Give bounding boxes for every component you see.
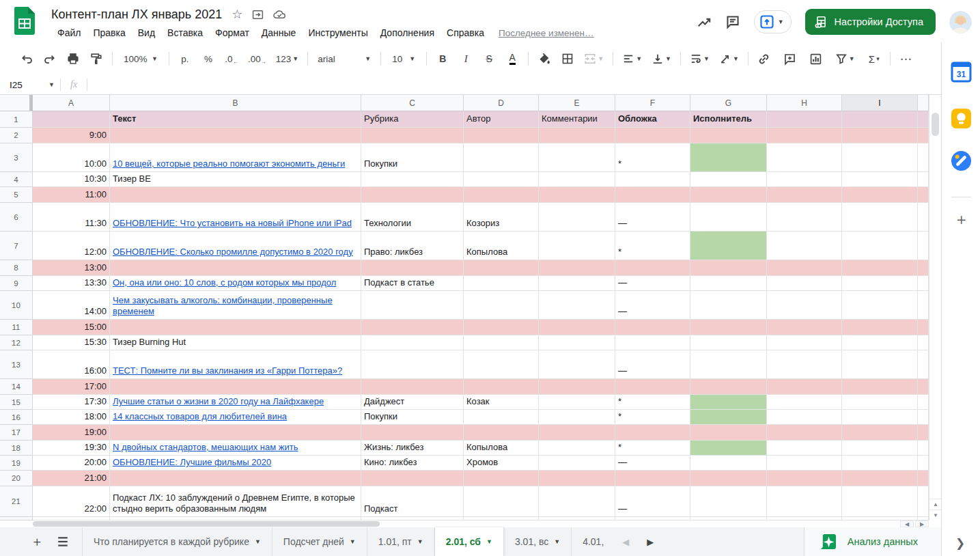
scroll-left-button[interactable]: ◀ — [900, 520, 914, 527]
last-edited-link[interactable]: Последнее изменен… — [499, 28, 594, 38]
cell-3-b[interactable]: 10 вещей, которые реально помогают эконо… — [110, 143, 361, 172]
text-rotation-button[interactable]: ▼ — [717, 50, 741, 68]
cell-21-a[interactable]: 22:00 — [33, 486, 110, 517]
activity-dashboard-icon[interactable] — [697, 14, 712, 29]
cell-15-d[interactable]: Козак — [464, 395, 539, 410]
cell-13-f[interactable]: — — [615, 350, 690, 379]
undo-button[interactable] — [18, 50, 36, 68]
cell-12-i[interactable] — [842, 335, 918, 350]
hide-side-panel-button[interactable]: ❯ — [955, 536, 965, 551]
comment-history-icon[interactable] — [725, 14, 740, 29]
row-header-4[interactable]: 4 — [0, 172, 33, 187]
select-all-corner[interactable] — [0, 95, 33, 111]
cell-13-b[interactable]: ТЕСТ: Помните ли вы заклинания из «Гарри… — [110, 350, 361, 379]
cell-8-j[interactable] — [918, 260, 929, 276]
sheet-tab-caret-icon[interactable]: ▼ — [417, 539, 423, 545]
toolbar-more-button[interactable]: ⋯ — [897, 50, 915, 68]
cell-8-e[interactable] — [539, 260, 615, 276]
article-link[interactable]: ТЕСТ: Помните ли вы заклинания из «Гарри… — [113, 365, 342, 376]
cell-2-e[interactable] — [539, 128, 615, 143]
cell-11-h[interactable] — [767, 320, 842, 335]
cell-11-j[interactable] — [918, 320, 929, 335]
font-size-select[interactable]: 10▼ — [388, 50, 419, 68]
cell-5-i[interactable] — [842, 187, 918, 203]
cell-19-c[interactable]: Кино: ликбез — [361, 456, 464, 471]
bold-button[interactable]: B — [434, 50, 451, 68]
cell-15-c[interactable]: Дайджест — [361, 395, 464, 410]
cell-11-c[interactable] — [361, 320, 464, 335]
filter-button[interactable]: ▼ — [833, 50, 857, 68]
column-header-G[interactable]: G — [690, 95, 767, 111]
menu-item-3[interactable]: Вставка — [161, 26, 209, 40]
cell-15-j[interactable] — [918, 395, 929, 410]
cell-3-d[interactable] — [464, 143, 539, 172]
redo-button[interactable] — [41, 50, 59, 68]
cell-8-i[interactable] — [842, 260, 918, 276]
vertical-scrollbar-thumb[interactable] — [932, 113, 939, 136]
present-button[interactable]: ▼ — [754, 10, 792, 33]
cell-20-d[interactable] — [464, 471, 539, 486]
cell-21-i[interactable] — [842, 486, 918, 517]
row-header-20[interactable]: 20 — [0, 471, 33, 486]
cell-6-e[interactable] — [539, 203, 615, 232]
column-header-D[interactable]: D — [464, 95, 539, 111]
cell-7-d[interactable]: Копылова — [464, 232, 539, 260]
cell-4-j[interactable] — [918, 172, 929, 187]
add-sheet-button[interactable]: ＋ — [27, 532, 46, 551]
article-link[interactable]: Чем закусывать алкоголь: комбинации, про… — [113, 295, 358, 317]
cell-1-a[interactable] — [33, 111, 110, 128]
percent-format-button[interactable]: % — [199, 50, 217, 68]
cell-2-i[interactable] — [842, 128, 918, 143]
cell-7-e[interactable] — [539, 232, 615, 260]
cell-6-f[interactable]: — — [615, 203, 690, 232]
cell-12-e[interactable] — [539, 335, 615, 350]
cell-17-f[interactable] — [615, 425, 690, 441]
cell-3-g[interactable] — [690, 143, 767, 172]
cell-14-a[interactable]: 17:00 — [33, 379, 110, 395]
cell-10-e[interactable] — [539, 291, 615, 320]
increase-decimal-button[interactable]: .00→ — [246, 50, 268, 68]
cell-20-g[interactable] — [690, 471, 767, 486]
cell-20-h[interactable] — [767, 471, 842, 486]
cell-13-i[interactable] — [842, 350, 918, 379]
more-formats-button[interactable]: 123▼ — [274, 50, 300, 68]
cell-4-i[interactable] — [842, 172, 918, 187]
cell-13-j[interactable] — [918, 350, 929, 379]
row-header-9[interactable]: 9 — [0, 276, 33, 291]
cell-10-i[interactable] — [842, 291, 918, 320]
cell-5-d[interactable] — [464, 187, 539, 203]
cell-11-e[interactable] — [539, 320, 615, 335]
cell-2-g[interactable] — [690, 128, 767, 143]
cell-10-g[interactable] — [690, 291, 767, 320]
cell-4-f[interactable] — [615, 172, 690, 187]
sheet-tab-caret-icon[interactable]: ▼ — [255, 539, 261, 545]
print-button[interactable] — [64, 50, 82, 68]
cell-16-i[interactable] — [842, 410, 918, 425]
row-header-6[interactable]: 6 — [0, 203, 33, 232]
sheet-tab-0[interactable]: Что планируется в каждой рубрике▼ — [82, 527, 272, 556]
cell-8-f[interactable] — [615, 260, 690, 276]
cell-5-c[interactable] — [361, 187, 464, 203]
cell-9-d[interactable] — [464, 276, 539, 291]
cell-9-g[interactable] — [690, 276, 767, 291]
cell-10-c[interactable] — [361, 291, 464, 320]
horizontal-align-button[interactable]: ▼ — [620, 50, 644, 68]
cell-21-d[interactable] — [464, 486, 539, 517]
cell-16-c[interactable]: Покупки — [361, 410, 464, 425]
cell-17-j[interactable] — [918, 425, 929, 441]
scroll-up-button[interactable]: ▲ — [929, 499, 942, 510]
cell-18-h[interactable] — [767, 441, 842, 456]
row-header-7[interactable]: 7 — [0, 232, 33, 260]
cell-14-h[interactable] — [767, 379, 842, 395]
scroll-right-button[interactable]: ▶ — [915, 520, 929, 527]
cell-15-f[interactable]: * — [615, 395, 690, 410]
cell-4-g[interactable] — [690, 172, 767, 187]
cell-7-c[interactable]: Право: ликбез — [361, 232, 464, 260]
text-wrap-button[interactable]: ▼ — [688, 50, 712, 68]
cell-15-i[interactable] — [842, 395, 918, 410]
cell-16-f[interactable]: * — [615, 410, 690, 425]
cell-19-h[interactable] — [767, 456, 842, 471]
cell-18-i[interactable] — [842, 441, 918, 456]
cell-9-e[interactable] — [539, 276, 615, 291]
cell-12-g[interactable] — [690, 335, 767, 350]
